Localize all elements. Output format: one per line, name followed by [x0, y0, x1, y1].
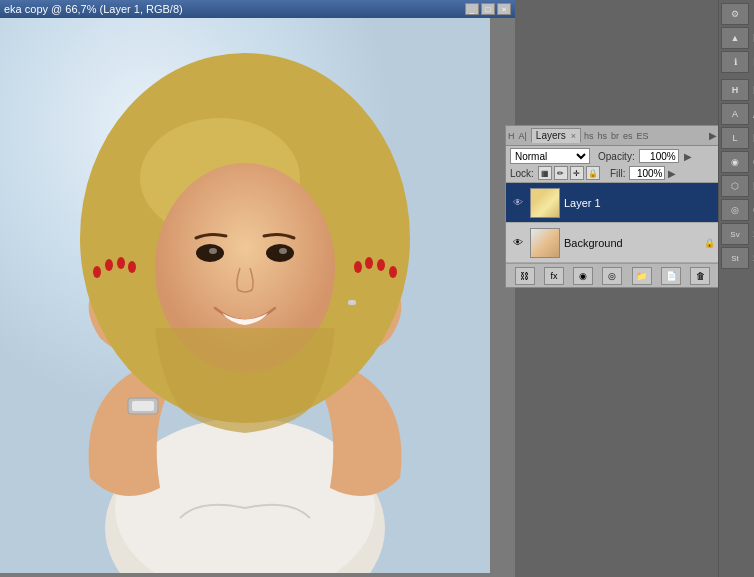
tool-l-icon[interactable]: L: [721, 127, 749, 149]
options-button[interactable]: ⚙: [721, 3, 749, 25]
layer-list: 👁 Layer 1 👁 Background 🔒: [506, 183, 719, 263]
new-layer-button[interactable]: 📄: [661, 267, 681, 285]
adjustments-button[interactable]: ◎: [602, 267, 622, 285]
svg-point-18: [354, 261, 362, 273]
lock-all-icon[interactable]: 🔒: [586, 166, 600, 180]
fill-input[interactable]: [629, 166, 665, 180]
layer1-thumb-image: [531, 189, 559, 217]
fx-button[interactable]: fx: [544, 267, 564, 285]
background-visibility-toggle[interactable]: 👁: [510, 235, 526, 251]
svg-rect-21: [132, 401, 154, 411]
tool-row-p: ⬡ P: [721, 175, 752, 197]
tool-row-options: ⚙: [721, 3, 752, 25]
right-toolbar: ⚙ ▲ H ℹ In H H A A L L ◉ C ⬡ P: [718, 0, 754, 577]
layers-controls: Normal Multiply Screen Opacity: ▶ Lock: …: [506, 146, 719, 183]
blend-mode-select[interactable]: Normal Multiply Screen: [510, 148, 590, 164]
tool-row-l: L L: [721, 127, 752, 149]
group-button[interactable]: 📁: [632, 267, 652, 285]
fill-label: Fill:: [610, 168, 626, 179]
background-layer-name: Background: [564, 237, 699, 249]
lock-transparent-icon[interactable]: ▦: [538, 166, 552, 180]
info-icon[interactable]: ℹ: [721, 51, 749, 73]
svg-point-11: [93, 266, 101, 278]
maximize-button[interactable]: □: [481, 3, 495, 15]
panel-menu-icon[interactable]: ▶: [709, 130, 717, 141]
background-lock-icon: 🔒: [703, 237, 715, 249]
panel-bottom-bar: ⛓ fx ◉ ◎ 📁 📄 🗑: [506, 263, 719, 287]
opacity-input[interactable]: [639, 149, 679, 163]
background-thumbnail: [530, 228, 560, 258]
tab-layers[interactable]: Layers ×: [531, 128, 581, 143]
tool-sv-icon[interactable]: Sv: [721, 223, 749, 245]
layer1-visibility-toggle[interactable]: 👁: [510, 195, 526, 211]
background-area: [515, 0, 720, 577]
opacity-arrow[interactable]: ▶: [684, 151, 692, 162]
layer-item-background[interactable]: 👁 Background 🔒: [506, 223, 719, 263]
window-controls: _ □ ×: [465, 3, 511, 15]
canvas-titlebar: eka copy @ 66,7% (Layer 1, RGB/8) _ □ ×: [0, 0, 515, 18]
close-button[interactable]: ×: [497, 3, 511, 15]
svg-point-15: [389, 266, 397, 278]
tool-row-a: A A: [721, 103, 752, 125]
histogram-icon[interactable]: ▲: [721, 27, 749, 49]
tool-row-h: ▲ H: [721, 27, 752, 49]
tool-st-icon[interactable]: St: [721, 247, 749, 269]
canvas-window: eka copy @ 66,7% (Layer 1, RGB/8) _ □ ×: [0, 0, 515, 577]
tool-c2-icon[interactable]: ◎: [721, 199, 749, 221]
tool-row-st: St St: [721, 247, 752, 269]
tool-row-sv: Sv Sv: [721, 223, 752, 245]
lock-image-icon[interactable]: ✏: [554, 166, 568, 180]
tool-list: ⚙ ▲ H ℹ In H H A A L L ◉ C ⬡ P: [719, 0, 754, 272]
fill-arrow[interactable]: ▶: [668, 168, 676, 179]
svg-point-17: [365, 257, 373, 269]
photo-area: [0, 18, 490, 573]
tool-row-c: ◉ C: [721, 151, 752, 173]
opacity-label: Opacity:: [598, 151, 635, 162]
svg-point-14: [128, 261, 136, 273]
delete-layer-button[interactable]: 🗑: [690, 267, 710, 285]
add-mask-button[interactable]: ◉: [573, 267, 593, 285]
layer1-name: Layer 1: [564, 197, 715, 209]
svg-rect-19: [348, 300, 356, 305]
canvas-title: eka copy @ 66,7% (Layer 1, RGB/8): [4, 3, 183, 15]
tool-h2-icon[interactable]: H: [721, 79, 749, 101]
tool-p-icon[interactable]: ⬡: [721, 175, 749, 197]
tool-c-icon[interactable]: ◉: [721, 151, 749, 173]
layers-panel: H A| Layers × hs hs br es ES ▶ Normal Mu…: [505, 125, 720, 288]
background-thumb-image: [531, 229, 559, 257]
tool-row-h2: H H: [721, 79, 752, 101]
svg-point-10: [279, 248, 287, 254]
svg-point-16: [377, 259, 385, 271]
link-layers-button[interactable]: ⛓: [515, 267, 535, 285]
tool-row-c2: ◎ C: [721, 199, 752, 221]
minimize-button[interactable]: _: [465, 3, 479, 15]
lock-position-icon[interactable]: ✛: [570, 166, 584, 180]
svg-point-13: [117, 257, 125, 269]
svg-point-8: [266, 244, 294, 262]
layer-item-layer1[interactable]: 👁 Layer 1: [506, 183, 719, 223]
photo-svg: [0, 18, 490, 573]
svg-point-12: [105, 259, 113, 271]
lock-label: Lock:: [510, 168, 534, 179]
tool-a-icon[interactable]: A: [721, 103, 749, 125]
panel-tab-bar: H A| Layers × hs hs br es ES ▶: [506, 126, 719, 146]
svg-point-7: [196, 244, 224, 262]
canvas-content: [0, 18, 515, 577]
svg-point-9: [209, 248, 217, 254]
tool-row-info: ℹ In: [721, 51, 752, 73]
layer1-thumbnail: [530, 188, 560, 218]
